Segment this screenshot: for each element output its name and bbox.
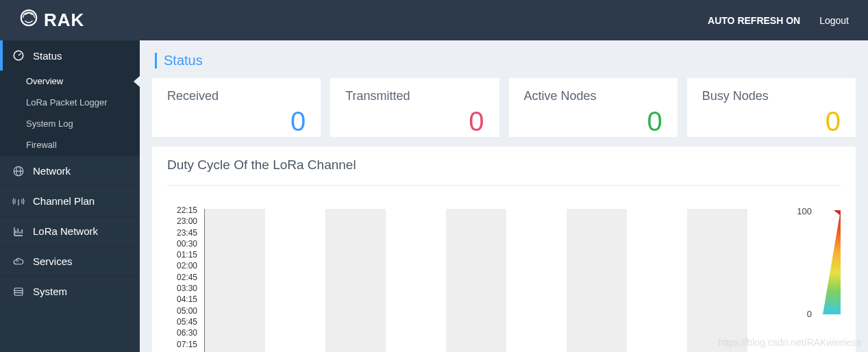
y-tick: 05:00 xyxy=(167,305,197,316)
sidebar-item-label: Services xyxy=(33,255,73,267)
stats-cards: Received 0 Transmitted 0 Active Nodes 0 … xyxy=(152,78,856,137)
sidebar-item-system[interactable]: System xyxy=(0,276,140,306)
sidebar-sub-label: Overview xyxy=(26,76,63,86)
card-label: Transmitted xyxy=(345,89,484,103)
sidebar-item-label: Channel Plan xyxy=(33,195,95,207)
card-label: Received xyxy=(167,89,306,103)
sidebar-sub-firewall[interactable]: Firewall xyxy=(0,134,140,155)
y-tick: 05:45 xyxy=(167,316,197,327)
y-tick: 22:15 xyxy=(167,205,197,216)
y-tick: 01:15 xyxy=(167,249,197,260)
auto-refresh-toggle[interactable]: AUTO REFRESH ON xyxy=(708,15,800,26)
y-tick: 03:30 xyxy=(167,283,197,294)
card-value: 0 xyxy=(290,108,306,135)
legend-gradient-icon xyxy=(817,210,841,314)
sidebar-item-channel-plan[interactable]: Channel Plan xyxy=(0,186,140,216)
card-label: Active Nodes xyxy=(524,89,662,103)
sidebar-item-status[interactable]: Status xyxy=(0,40,140,71)
card-value: 0 xyxy=(647,108,662,135)
sidebar-item-services[interactable]: Services xyxy=(0,246,140,276)
brand-text: RAK xyxy=(44,10,84,31)
sidebar-item-label: Network xyxy=(33,165,71,177)
panel-title: Duty Cycle Of the LoRa Channel xyxy=(167,158,841,186)
gauge-icon xyxy=(12,49,25,62)
svg-rect-7 xyxy=(14,288,23,295)
sidebar-item-label: LoRa Network xyxy=(33,225,98,237)
sidebar: Status Overview LoRa Packet Logger Syste… xyxy=(0,40,140,352)
main-content: Status Received 0 Transmitted 0 Active N… xyxy=(140,40,868,352)
y-tick: 23:45 xyxy=(167,227,197,238)
svg-marker-11 xyxy=(834,210,841,216)
card-label: Busy Nodes xyxy=(702,89,841,103)
sidebar-item-label: Status xyxy=(33,50,62,62)
card-active-nodes: Active Nodes 0 xyxy=(509,78,678,137)
sidebar-item-lora-network[interactable]: LoRa Network xyxy=(0,216,140,246)
y-tick: 02:00 xyxy=(167,260,197,271)
sidebar-sub-system-log[interactable]: System Log xyxy=(0,113,140,134)
cloud-icon xyxy=(12,255,25,268)
header: RAK AUTO REFRESH ON Logout xyxy=(0,0,868,40)
y-tick: 23:00 xyxy=(167,216,197,227)
sidebar-sub-packet-logger[interactable]: LoRa Packet Logger xyxy=(0,92,140,113)
y-tick: 00:30 xyxy=(167,238,197,249)
page-title: Status xyxy=(155,53,856,68)
chart-icon xyxy=(12,225,25,238)
card-transmitted: Transmitted 0 xyxy=(330,78,499,137)
duty-cycle-panel: Duty Cycle Of the LoRa Channel 22:1523:0… xyxy=(152,147,856,352)
svg-marker-10 xyxy=(823,210,841,314)
logout-link[interactable]: Logout xyxy=(819,15,849,26)
sidebar-sub-label: LoRa Packet Logger xyxy=(26,97,108,108)
y-tick: 07:15 xyxy=(167,339,197,350)
y-tick: 02:45 xyxy=(167,272,197,283)
sidebar-sub-overview[interactable]: Overview xyxy=(0,71,140,92)
globe-icon xyxy=(12,165,25,177)
card-received: Received 0 xyxy=(152,78,321,137)
chart-plot-area xyxy=(204,205,786,352)
sidebar-item-label: System xyxy=(33,286,67,297)
system-icon xyxy=(12,286,25,298)
antenna-icon xyxy=(12,195,25,208)
sidebar-sub-label: Firewall xyxy=(26,140,57,150)
card-value: 0 xyxy=(826,108,841,135)
legend-min: 0 xyxy=(807,309,812,319)
svg-point-6 xyxy=(16,260,18,262)
duty-cycle-chart: 22:1523:0023:4500:3001:1502:0002:4503:30… xyxy=(167,205,841,352)
sidebar-sub-label: System Log xyxy=(26,118,73,129)
rak-logo-icon xyxy=(19,8,38,32)
sidebar-item-network[interactable]: Network xyxy=(0,155,140,186)
chart-y-axis: 22:1523:0023:4500:3001:1502:0002:4503:30… xyxy=(167,205,201,350)
legend-max: 100 xyxy=(797,206,812,216)
y-tick: 06:30 xyxy=(167,327,197,338)
card-value: 0 xyxy=(469,108,484,135)
brand-logo: RAK xyxy=(19,8,84,32)
y-tick: 04:15 xyxy=(167,294,197,305)
card-busy-nodes: Busy Nodes 0 xyxy=(687,78,856,137)
